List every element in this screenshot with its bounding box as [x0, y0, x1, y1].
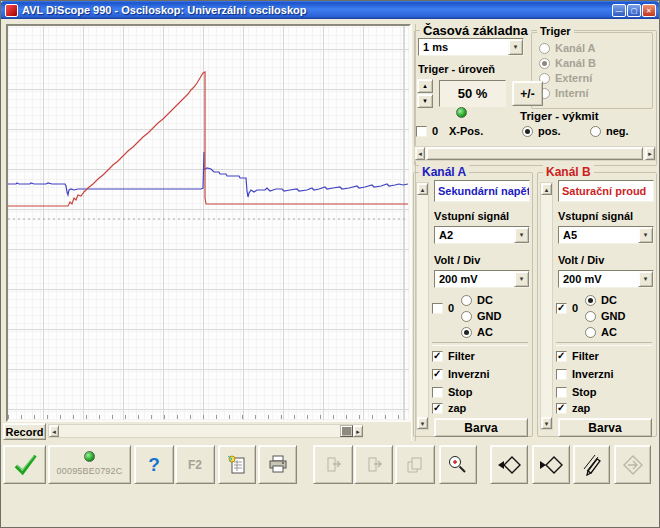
timebase-select[interactable]: 1 ms ▾ — [418, 38, 524, 56]
checkbox-label: Filter — [448, 350, 475, 362]
channel-b-stop-checkbox[interactable]: Stop — [556, 386, 596, 398]
trigger-source-externi[interactable]: Externí — [539, 72, 592, 84]
record-button[interactable]: Record — [3, 423, 46, 440]
channel-a-filter-checkbox[interactable]: Filter — [432, 350, 475, 362]
signal-name-text: Sekundární napětí — [438, 185, 530, 197]
channel-a-signal-name-field[interactable]: Sekundární napětí — [434, 180, 530, 202]
chevron-down-icon[interactable]: ▾ — [638, 227, 653, 243]
edit-off-button[interactable] — [573, 445, 610, 484]
record-scrollbar[interactable]: ◂ ▸ — [48, 424, 363, 438]
channel-b-invert-checkbox[interactable]: Inverzni — [556, 368, 614, 380]
channel-b-coupling-dc[interactable]: DC — [585, 294, 617, 306]
channel-a-color-button[interactable]: Barva — [434, 418, 528, 437]
channel-b-filter-checkbox[interactable]: Filter — [556, 350, 599, 362]
channel-b-zap-checkbox[interactable]: zap — [556, 402, 590, 414]
xpos-scroll-right-icon[interactable]: ▸ — [645, 147, 655, 160]
record-scroll-left-icon[interactable]: ◂ — [49, 425, 59, 437]
channel-a-invert-checkbox[interactable]: Inverzni — [432, 368, 490, 380]
channel-b-signal-name-field[interactable]: Saturační proud — [558, 180, 654, 202]
trigger-level-down-icon[interactable]: ▾ — [417, 94, 433, 108]
checkbox-icon — [556, 369, 567, 380]
channel-a-scroll-up-icon[interactable]: ▴ — [417, 183, 428, 195]
marker-next-button[interactable] — [532, 445, 570, 484]
export-document-icon — [225, 453, 249, 477]
channel-a-voltdiv-label: Volt / Div — [434, 254, 480, 266]
restore-icon[interactable]: ▢ — [627, 4, 641, 17]
channel-b-coupling-ac[interactable]: AC — [585, 326, 617, 338]
xpos-zero-checkbox[interactable]: 0 — [416, 125, 438, 137]
copy-page-button — [395, 445, 435, 484]
channel-a-separator — [432, 342, 528, 346]
channel-b-zero-checkbox[interactable]: 0 — [556, 302, 578, 314]
checkbox-label: Inverzni — [448, 368, 490, 380]
channel-b-scroll-down-icon[interactable]: ▾ — [541, 417, 552, 429]
trigger-heading: Triger — [537, 25, 574, 37]
checkbox-icon — [556, 351, 567, 362]
trigger-level-up-icon[interactable]: ▴ — [417, 79, 433, 93]
minimize-icon[interactable]: — — [612, 4, 626, 17]
radio-label: DC — [601, 294, 617, 306]
oscilloscope-plot[interactable] — [6, 24, 411, 422]
channel-b-position-scrollbar[interactable]: ▴ ▾ — [540, 182, 553, 430]
diamond-right-icon — [538, 452, 564, 478]
channel-a-zap-checkbox[interactable]: zap — [432, 402, 466, 414]
radio-icon — [461, 327, 472, 338]
close-icon[interactable]: ✕ — [642, 4, 656, 17]
channel-b-separator — [556, 342, 652, 346]
trigger-source-kanal-b[interactable]: Kanál B — [539, 57, 596, 69]
channel-b-scroll-up-icon[interactable]: ▴ — [541, 183, 552, 195]
radio-icon — [590, 126, 601, 137]
xpos-scrollbar[interactable]: ◂ ▸ — [414, 146, 656, 161]
channel-a-stop-checkbox[interactable]: Stop — [432, 386, 472, 398]
page-forward-button-1 — [313, 445, 353, 484]
page-forward-button-2 — [354, 445, 393, 484]
channel-a-voltdiv-select[interactable]: 200 mV ▾ — [434, 270, 530, 288]
trigger-led-icon — [456, 107, 467, 118]
channel-a-coupling-gnd[interactable]: GND — [461, 310, 501, 322]
trigger-source-kanal-a[interactable]: Kanál A — [539, 42, 596, 54]
device-led-icon — [84, 451, 95, 462]
xpos-scroll-left-icon[interactable]: ◂ — [415, 147, 425, 160]
title-bar: AVL DiScope 990 - Osciloskop: Univerzáln… — [1, 1, 659, 19]
print-button[interactable] — [258, 445, 297, 484]
channel-b-color-button[interactable]: Barva — [558, 418, 652, 437]
checkbox-icon — [432, 369, 443, 380]
slope-neg-radio[interactable]: neg. — [590, 125, 629, 137]
app-icon — [5, 4, 18, 17]
channel-a-zero-checkbox[interactable]: 0 — [432, 302, 454, 314]
trigger-level-value: 50 % — [439, 80, 506, 107]
zoom-button[interactable] — [439, 445, 477, 484]
chevron-down-icon[interactable]: ▾ — [638, 271, 653, 287]
checkbox-icon — [416, 126, 427, 137]
channel-b-voltdiv-select[interactable]: 200 mV ▾ — [558, 270, 654, 288]
app-window: AVL DiScope 990 - Osciloskop: Univerzáln… — [0, 0, 660, 528]
channel-a-position-scrollbar[interactable]: ▴ ▾ — [416, 182, 429, 430]
chevron-down-icon[interactable]: ▾ — [514, 227, 529, 243]
channel-a-scroll-down-icon[interactable]: ▾ — [417, 417, 428, 429]
pages-icon — [403, 453, 427, 477]
export-button[interactable] — [218, 445, 256, 484]
trigger-source-interni[interactable]: Interní — [539, 87, 589, 99]
chevron-down-icon[interactable]: ▾ — [514, 271, 529, 287]
marker-prev-button[interactable] — [490, 445, 528, 484]
trigger-polarity-button[interactable]: +/- — [512, 81, 543, 106]
checkbox-icon — [556, 387, 567, 398]
record-scroll-thumb[interactable] — [340, 425, 353, 437]
channel-b-input-select[interactable]: A5 ▾ — [558, 226, 654, 244]
channel-a-coupling-ac[interactable]: AC — [461, 326, 493, 338]
f2-button[interactable]: F2 — [175, 445, 215, 484]
channel-a-coupling-dc[interactable]: DC — [461, 294, 493, 306]
radio-icon — [585, 311, 596, 322]
help-button[interactable]: ? — [134, 445, 174, 484]
record-label: Record — [6, 426, 44, 438]
record-scroll-right-icon[interactable]: ▸ — [353, 425, 363, 437]
confirm-button[interactable] — [3, 445, 46, 484]
slope-pos-radio[interactable]: pos. — [522, 125, 561, 137]
channel-b-coupling-gnd[interactable]: GND — [585, 310, 625, 322]
channel-a-input-select[interactable]: A2 ▾ — [434, 226, 530, 244]
chevron-down-icon[interactable]: ▾ — [508, 39, 523, 55]
channel-a-input-value: A2 — [435, 229, 514, 241]
xpos-scroll-thumb[interactable] — [426, 147, 643, 160]
trigger-slope-heading: Triger - výkmit — [520, 110, 599, 122]
checkbox-label: Filter — [572, 350, 599, 362]
